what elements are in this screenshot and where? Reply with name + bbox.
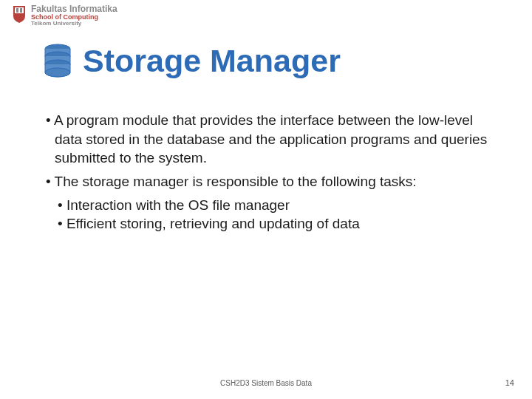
slide-body: • A program module that provides the int… <box>46 111 488 233</box>
logo-university: Telkom University <box>31 21 117 27</box>
bullet-2b: • Efficient storing, retrieving and upda… <box>46 214 488 233</box>
svg-point-5 <box>45 68 70 77</box>
svg-rect-1 <box>20 8 22 13</box>
bullet-2a: • Interaction with the OS file manager <box>46 196 488 215</box>
database-icon <box>43 44 72 79</box>
shield-icon <box>12 4 27 24</box>
logo-text: Fakultas Informatika School of Computing… <box>31 4 117 27</box>
footer-course: CSH2D3 Sistem Basis Data <box>0 379 532 387</box>
slide-title: Storage Manager <box>83 43 341 79</box>
university-logo: Fakultas Informatika School of Computing… <box>12 4 117 27</box>
footer-page-number: 14 <box>505 378 514 387</box>
logo-faculty: Fakultas Informatika <box>31 4 117 14</box>
bullet-2: • The storage manager is responsible to … <box>46 172 488 191</box>
svg-rect-0 <box>16 8 18 13</box>
bullet-1: • A program module that provides the int… <box>46 111 488 168</box>
slide-title-row: Storage Manager <box>43 43 341 79</box>
